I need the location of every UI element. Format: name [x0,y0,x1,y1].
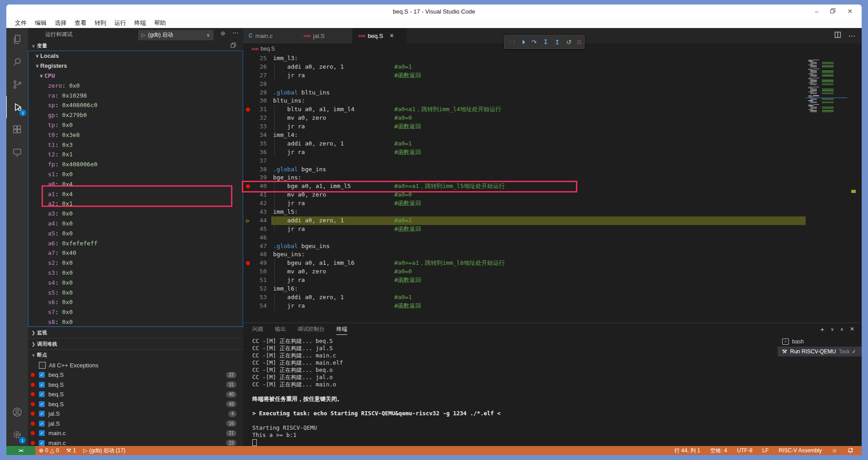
code-line[interactable]: 26 addi a0, zero, 1#a0=1 [243,63,862,71]
maximize-button[interactable] [830,8,835,14]
register-row[interactable]: tp: 0x0 [28,120,243,130]
gear-icon[interactable] [220,30,226,38]
gutter[interactable] [243,114,252,122]
gutter[interactable] [243,250,252,259]
code-line[interactable]: 38.global bge_ins [243,165,862,174]
restart-button[interactable]: ↺ [566,38,571,46]
panel-tab-终端[interactable]: 终端 [336,324,347,335]
code-line[interactable]: 29.global bltu_ins [243,89,862,97]
code-line[interactable]: 37 [243,157,862,165]
activity-search-icon[interactable] [6,51,28,73]
code-line[interactable]: 39bge_ins: [243,174,862,182]
breakpoint-row[interactable]: ✓beq.S49 [28,399,243,409]
register-row[interactable]: a6: 0xfefefeff [28,238,243,248]
tasks-status[interactable]: ⚒ 1 [63,447,80,454]
tab-beq.S[interactable]: ASMbeq.S✕ [353,28,407,43]
breakpoint-row[interactable]: ✓beq.S40 [28,390,243,399]
terminal-list-item[interactable]: ⚒Run RISCV-QEMUTask✓ [778,347,862,357]
continue-button[interactable]: ⏵ [522,38,525,46]
step-out-button[interactable]: ↥ [555,38,560,46]
breakpoint-row[interactable]: ✓jal.S4 [28,409,243,419]
stop-button[interactable]: □ [578,39,581,45]
drag-handle-icon[interactable]: ⋮⋮ [508,39,516,45]
variable-scope-locals[interactable]: ∨Locals [28,51,243,61]
register-row[interactable]: fp: 0x408006e0 [28,160,243,169]
gutter[interactable] [243,131,252,140]
terminal-list-item[interactable]: >bash [778,337,862,347]
register-row[interactable]: a0: 0x4 [28,179,243,189]
debug-status[interactable]: ▷ (gdb) 启动 (17) [80,447,129,455]
register-row[interactable]: s1: 0x0 [28,169,243,179]
register-row[interactable]: ra: 0x10298 [28,90,243,100]
close-icon[interactable]: ✕ [390,33,394,39]
register-row[interactable]: a7: 0x40 [28,248,243,258]
gutter[interactable] [243,268,252,276]
code-line[interactable]: 42 jr ra#函数返回 [243,199,862,208]
gutter[interactable] [243,122,252,131]
activity-settings-icon[interactable]: 1 [6,423,28,446]
register-row[interactable]: s6: 0x0 [28,297,243,307]
call-stack-section-header[interactable]: ❯ 调用堆栈 [28,338,243,349]
register-row[interactable]: s2: 0x0 [28,258,243,268]
code-line[interactable]: 47.global bgeu_ins [243,242,862,251]
step-over-button[interactable]: ↷ [532,38,537,46]
activity-account-icon[interactable] [6,401,28,423]
register-row[interactable]: sp: 0x408006c0 [28,100,243,110]
code-line[interactable]: 50 mv a0, zero#a0=0 [243,268,862,276]
gutter[interactable] [243,276,252,285]
status-item[interactable]: RISC-V Assembly [775,447,825,454]
gutter[interactable] [243,302,252,310]
menu-item-转到[interactable]: 转到 [90,19,110,27]
checkbox-checked-icon[interactable]: ✓ [39,430,45,436]
breakpoint-row[interactable]: ✓main.c21 [28,428,243,438]
menu-item-终端[interactable]: 终端 [130,19,150,27]
checkbox-unchecked-icon[interactable] [39,362,46,369]
variables-section-header[interactable]: ∨ 变量 [28,41,243,51]
code-line[interactable]: 49 bgeu a0, a1, imm_l6#a0>=a1，跳转到imm_l6地… [243,259,862,268]
register-row[interactable]: a1: 0x4 [28,189,243,199]
gutter[interactable] [243,140,252,148]
gutter[interactable] [243,234,252,242]
activity-remote-icon[interactable] [6,141,28,164]
gutter[interactable] [243,285,252,293]
code-line[interactable]: 40 bge a0, a1, imm_l5#a0>=a1，跳转到imm_l5地址… [243,182,862,191]
register-row[interactable]: a3: 0x0 [28,209,243,219]
activity-extensions-icon[interactable] [6,118,28,141]
variable-scope-registers[interactable]: ∨Registers [28,61,243,71]
menu-item-运行[interactable]: 运行 [110,19,130,27]
gutter[interactable] [243,63,252,71]
code-line[interactable]: 28 [243,80,862,89]
close-icon[interactable]: ✕ [850,326,854,332]
menu-item-查看[interactable]: 查看 [71,19,90,27]
code-line[interactable]: 33 jr ra#函数返回 [243,122,862,131]
gutter[interactable] [243,182,252,191]
code-line[interactable]: 46 [243,234,862,242]
checkbox-checked-icon[interactable]: ✓ [39,421,45,427]
step-into-button[interactable]: ↧ [543,38,548,46]
bell-icon[interactable] [844,447,857,454]
watch-section-header[interactable]: ❯ 监视 [28,327,243,338]
gutter[interactable] [243,191,252,199]
more-actions-icon[interactable]: ⋯ [848,32,855,40]
gutter[interactable] [243,54,252,63]
code-line[interactable]: 32 mv a0, zero#a0=0 [243,114,862,122]
debug-config-dropdown[interactable]: ▷ (gdb) 启动 ∨ [138,30,213,40]
tab-main.c[interactable]: Cmain.c [243,28,297,43]
code-line[interactable]: 45 jr ra#函数返回 [243,225,862,234]
register-row[interactable]: gp: 0x279b0 [28,110,243,120]
code-line[interactable]: 31 bltu a0, a1, imm_l4#a0<a1，跳转到imm_l4地址… [243,105,862,114]
gutter[interactable] [243,242,252,251]
gutter[interactable] [243,174,252,182]
terminal-output[interactable]: CC -[M] 正在构建... beq.SCC -[M] 正在构建... jal… [243,335,778,446]
menu-item-文件[interactable]: 文件 [11,19,31,27]
plus-icon[interactable]: + [821,325,825,333]
breakpoint-row[interactable]: ✓jal.S16 [28,419,243,429]
register-row[interactable]: t0: 0x3e8 [28,130,243,140]
panel-tab-调试控制台[interactable]: 调试控制台 [297,324,325,335]
all-cpp-exceptions-row[interactable]: All C++ Exceptions [28,360,243,370]
breakpoint-row[interactable]: ✓beq.S22 [28,370,243,380]
code-line[interactable]: 48bgeu_ins: [243,250,862,259]
checkbox-checked-icon[interactable]: ✓ [39,391,45,397]
register-row[interactable]: a4: 0x0 [28,219,243,229]
menu-item-编辑[interactable]: 编辑 [31,19,51,27]
